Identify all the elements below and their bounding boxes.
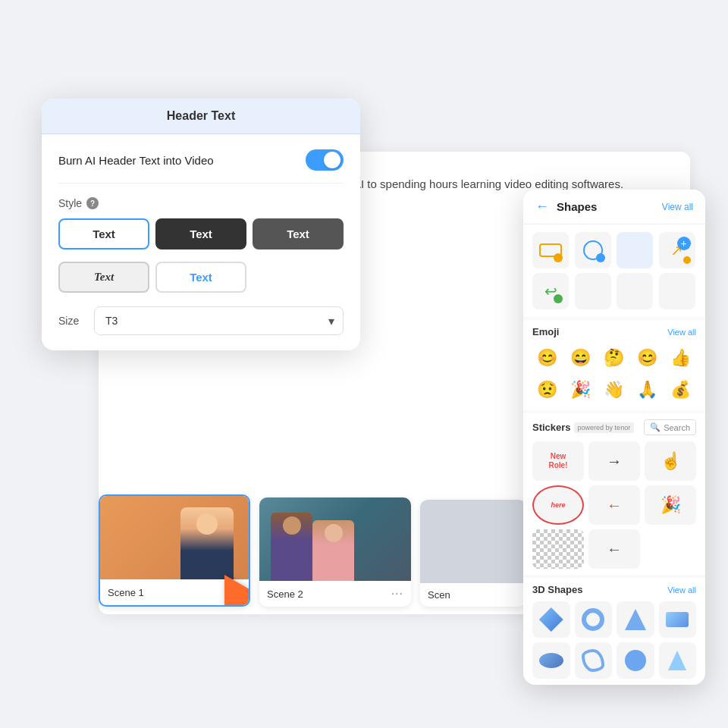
sticker-arrow[interactable]: → (588, 441, 640, 481)
scene2-person1 (271, 513, 312, 581)
style-btn-1[interactable]: Text (58, 218, 149, 249)
scene3-name: Scen (428, 589, 450, 601)
shape-3d-torus-icon (582, 608, 604, 631)
emoji-smile2[interactable]: 😊 (632, 344, 661, 372)
shape-3d-diamond[interactable] (532, 601, 570, 638)
scene1-name: Scene 1 (108, 587, 144, 598)
shape-dot-blue (596, 253, 605, 262)
stickers-title-group: Stickers powered by tenor (532, 422, 634, 433)
shape-3d-cone[interactable] (659, 642, 697, 679)
shape-item-empty (575, 273, 611, 309)
shapes-3d-section: 3D Shapes View all (523, 578, 705, 685)
style-grid-row1: Text Text Text (58, 218, 344, 249)
shape-item-circle[interactable] (575, 232, 611, 268)
shape-3d-wave-icon (582, 649, 604, 672)
shape-3d-triangle-icon (625, 609, 646, 630)
stickers-section: Stickers powered by tenor 🔍 Search NewRo… (523, 413, 705, 575)
back-button[interactable]: ← (535, 199, 549, 215)
style-btn-5[interactable]: Text (155, 262, 246, 293)
shapes-panel: ← Shapes View all ↗ + (523, 190, 705, 685)
scene1-person (180, 507, 234, 579)
emoji-view-all[interactable]: View all (667, 328, 696, 337)
shape-3d-oval-icon (539, 653, 563, 668)
size-select[interactable]: T1 T2 T3 T4 T5 (94, 306, 344, 335)
panel-header: Header Text (42, 99, 360, 134)
shapes-3d-view-all[interactable]: View all (667, 585, 696, 595)
style-grid-row2: Text Text (58, 262, 344, 293)
sticker-party[interactable]: 🎉 (645, 485, 696, 525)
shapes-items-grid: ↗ + ↩ (532, 232, 696, 309)
search-label: Search (664, 423, 690, 432)
emoji-pray[interactable]: 🙏 (632, 375, 661, 404)
shape-3d-oval[interactable] (532, 642, 570, 679)
scene2-dots[interactable]: ··· (391, 587, 403, 601)
style-btn-4[interactable]: Text (58, 262, 149, 293)
shape-item-partial[interactable] (617, 232, 653, 268)
shape-item-arrow[interactable]: ↗ + (659, 232, 695, 268)
emoji-wave[interactable]: 👋 (599, 375, 628, 404)
sticker-hand[interactable]: ☝️ (645, 441, 696, 481)
panel-title: Header Text (167, 109, 235, 122)
stickers-header: Stickers powered by tenor 🔍 Search (532, 419, 696, 435)
shape-3d-cone-icon (668, 651, 686, 670)
emoji-section: Emoji View all 😊 😄 🤔 😊 👍 😟 🎉 👋 🙏 💰 (523, 320, 705, 410)
emoji-think[interactable]: 🤔 (599, 344, 628, 372)
shape-3d-rect-icon (666, 612, 689, 627)
shapes-3d-title: 3D Shapes (532, 584, 582, 595)
shape-3d-crescent-icon (625, 650, 646, 671)
sticker-red-arrow[interactable]: ← (588, 485, 640, 525)
search-icon: 🔍 (650, 422, 661, 432)
scene1-image (100, 496, 249, 579)
emoji-smile[interactable]: 😊 (532, 344, 561, 372)
emoji-money[interactable]: 💰 (666, 375, 695, 404)
emoji-party[interactable]: 🎉 (566, 375, 595, 404)
shape-3d-torus[interactable] (575, 601, 613, 638)
scene3-image (420, 500, 526, 583)
shapes-panel-header: ← Shapes View all (523, 190, 705, 224)
shapes-view-all[interactable]: View all (662, 202, 693, 212)
style-btn-3[interactable]: Text (253, 218, 344, 249)
shape-item-return[interactable]: ↩ (532, 273, 569, 309)
panel-body: Burn AI Header Text into Video Style ? T… (42, 134, 360, 350)
shapes-panel-title: Shapes (557, 200, 654, 213)
burn-toggle-row: Burn AI Header Text into Video (58, 149, 344, 184)
style-btn-2[interactable]: Text (155, 218, 246, 249)
shapes-section: ↗ + ↩ (523, 224, 705, 317)
tenor-badge: powered by tenor (574, 422, 635, 433)
scene2-label: Scene 2 ··· (259, 581, 411, 607)
sticker-newrole[interactable]: NewRole! (532, 441, 584, 481)
shapes-3d-header: 3D Shapes View all (532, 584, 696, 595)
sticker-here[interactable]: here (532, 485, 584, 525)
shape-dot-green (554, 294, 563, 303)
shape-3d-wave[interactable] (575, 642, 613, 679)
emoji-thumbsup[interactable]: 👍 (666, 344, 695, 372)
sticker-transparent[interactable] (532, 529, 584, 569)
play-arrow-icon[interactable] (224, 575, 250, 607)
shape-3d-rect[interactable] (659, 601, 697, 638)
scene-card-2[interactable]: Scene 2 ··· (259, 497, 411, 607)
emoji-worried[interactable]: 😟 (532, 375, 561, 404)
emoji-grin[interactable]: 😄 (566, 344, 595, 372)
help-icon[interactable]: ? (86, 197, 99, 209)
scene2-person2 (312, 520, 354, 581)
shape-item-empty3 (659, 273, 695, 309)
shape-3d-triangle[interactable] (617, 601, 654, 638)
style-label: Style ? (58, 197, 344, 209)
shape-3d-crescent[interactable] (617, 642, 654, 679)
scene-card-3[interactable]: Scen (420, 500, 526, 607)
size-row: Size T1 T2 T3 T4 T5 (58, 306, 344, 335)
sticker-left-arrow[interactable]: ← (588, 529, 640, 569)
burn-toggle[interactable] (306, 149, 344, 171)
scene3-label: Scen (420, 583, 526, 607)
size-select-wrapper: T1 T2 T3 T4 T5 (94, 306, 344, 335)
shapes-3d-grid (532, 601, 696, 679)
shape-dot-orange (554, 253, 563, 262)
emoji-grid: 😊 😄 🤔 😊 👍 😟 🎉 👋 🙏 💰 (532, 344, 696, 404)
shape-item-rect[interactable] (532, 232, 569, 268)
size-label: Size (58, 315, 85, 327)
burn-label: Burn AI Header Text into Video (58, 154, 214, 167)
scene-card-1[interactable]: Scene 1 ··· (99, 494, 250, 607)
sticker-search-btn[interactable]: 🔍 Search (644, 419, 696, 435)
stickers-title: Stickers (532, 422, 571, 433)
header-text-panel: Header Text Burn AI Header Text into Vid… (42, 99, 360, 350)
